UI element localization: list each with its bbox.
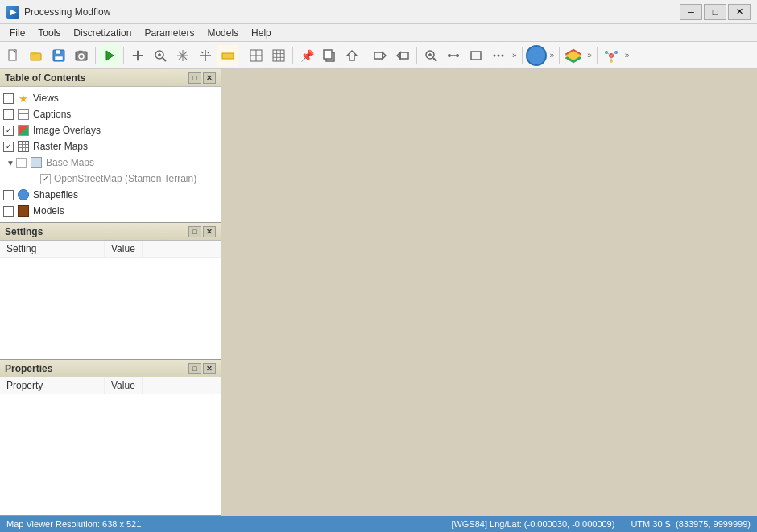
svg-rect-2 — [31, 53, 41, 60]
star-icon: ★ — [17, 92, 30, 105]
toc-close-button[interactable]: ✕ — [203, 72, 216, 84]
svg-rect-5 — [56, 50, 60, 54]
toc-label-models: Models — [33, 205, 64, 217]
toc-label-views: Views — [33, 93, 59, 104]
toc-checkbox-models[interactable] — [3, 206, 14, 217]
toolbar-separator-2 — [123, 47, 124, 64]
open-button[interactable] — [26, 45, 47, 66]
more-layers[interactable]: » — [585, 51, 594, 60]
back-button[interactable] — [370, 45, 391, 66]
toc-label-shapefiles: Shapefiles — [33, 189, 78, 200]
svg-marker-37 — [383, 52, 386, 59]
toc-section: Table of Contents □ ✕ ★ Views — [0, 69, 221, 223]
svg-marker-35 — [347, 51, 357, 60]
toc-label-openstreetmap: OpenStreetMap (Stamen Terrain) — [54, 173, 196, 184]
svg-point-50 — [502, 54, 504, 56]
svg-rect-24 — [222, 53, 234, 59]
new-button[interactable] — [3, 45, 24, 66]
properties-section: Properties □ ✕ Property Value — [0, 360, 221, 516]
more-tools-indicator[interactable]: » — [511, 51, 519, 60]
forward-button[interactable] — [392, 45, 413, 66]
menu-discretization[interactable]: Discretization — [67, 26, 138, 40]
toc-item-shapefiles[interactable]: Shapefiles — [0, 187, 221, 203]
left-panel: Table of Contents □ ✕ ★ Views — [0, 69, 221, 516]
models-icon — [17, 204, 30, 217]
toc-item-openstreetmap[interactable]: OpenStreetMap (Stamen Terrain) — [0, 171, 221, 187]
toolbar-separator-5 — [366, 47, 366, 64]
settings-col-setting: Setting — [0, 241, 105, 257]
settings-close-button[interactable]: ✕ — [203, 226, 216, 237]
menu-tools[interactable]: Tools — [31, 26, 67, 40]
save-button[interactable] — [48, 45, 69, 66]
rect-button[interactable] — [465, 45, 486, 66]
expand-icon-base-maps: ▼ — [6, 159, 14, 167]
menu-models[interactable]: Models — [201, 26, 245, 40]
toc-checkbox-raster-maps[interactable] — [3, 142, 14, 152]
settings-section: Settings □ ✕ Setting Value — [0, 223, 221, 360]
close-button[interactable]: ✕ — [728, 4, 751, 20]
move-button[interactable] — [172, 45, 193, 66]
status-bar: Map Viewer Resolution: 638 x 521 [WGS84]… — [0, 516, 757, 532]
svg-line-41 — [433, 58, 436, 61]
toc-checkbox-views[interactable] — [3, 93, 14, 104]
more-molecule[interactable]: » — [623, 51, 631, 60]
settings-restore-button[interactable]: □ — [188, 226, 201, 237]
more-indicator-2[interactable]: » — [548, 51, 556, 60]
screenshot-button[interactable] — [71, 45, 92, 66]
maximize-button[interactable]: □ — [704, 4, 726, 20]
toc-item-captions[interactable]: Captions — [0, 106, 221, 122]
svg-rect-28 — [273, 50, 284, 61]
toc-restore-button[interactable]: □ — [188, 72, 201, 84]
svg-point-49 — [498, 54, 500, 56]
toc-item-image-overlays[interactable]: Image Overlays — [0, 122, 221, 138]
pan-button[interactable] — [127, 45, 148, 66]
toc-item-raster-maps[interactable]: Raster Maps — [0, 138, 221, 155]
toc-checkbox-image-overlays[interactable] — [3, 126, 14, 136]
window-controls: ─ □ ✕ — [680, 4, 751, 20]
svg-rect-34 — [324, 50, 332, 59]
status-lnglat: [WGS84] Lng/Lat: (-0.000030, -0.000009) — [451, 519, 614, 529]
export-button[interactable] — [341, 45, 362, 66]
grid1-button[interactable] — [246, 45, 267, 66]
settings-col-headers: Setting Value — [0, 241, 221, 258]
pin-button[interactable]: 📌 — [296, 45, 317, 66]
toolbar-separator-4 — [292, 47, 293, 64]
status-indicator[interactable] — [526, 45, 547, 66]
toc-item-base-maps[interactable]: ▼ Base Maps — [0, 155, 221, 171]
toc-checkbox-shapefiles[interactable] — [3, 190, 14, 200]
highlight-button[interactable] — [217, 45, 238, 66]
svg-line-22 — [201, 52, 203, 53]
toc-checkbox-captions[interactable] — [3, 109, 14, 120]
copy-button[interactable] — [319, 45, 340, 66]
toc-item-models[interactable]: Models — [0, 203, 221, 219]
menu-file[interactable]: File — [3, 26, 31, 40]
settings-col-value: Value — [105, 241, 143, 257]
toolbar-separator-3 — [242, 47, 242, 64]
dots-button[interactable] — [488, 45, 509, 66]
properties-close-button[interactable]: ✕ — [203, 363, 216, 374]
svg-line-23 — [208, 52, 209, 53]
toc-item-views[interactable]: ★ Views — [0, 90, 221, 106]
connect-button[interactable] — [443, 45, 464, 66]
app-icon: ▶ — [6, 6, 19, 19]
zoom-button[interactable] — [150, 45, 171, 66]
properties-restore-button[interactable]: □ — [188, 363, 201, 374]
properties-content: Property Value — [0, 377, 221, 515]
menu-parameters[interactable]: Parameters — [138, 26, 201, 40]
minimize-button[interactable]: ─ — [680, 4, 702, 20]
toc-checkbox-base-maps[interactable] — [16, 158, 27, 168]
toc-checkbox-openstreetmap[interactable] — [40, 174, 51, 184]
svg-point-48 — [494, 54, 496, 56]
properties-col-value: Value — [105, 377, 143, 394]
toc-header: Table of Contents □ ✕ — [0, 69, 221, 87]
svg-point-19 — [181, 54, 184, 57]
layers-button[interactable] — [563, 45, 584, 66]
map-area[interactable] — [221, 69, 757, 516]
crosshair-button[interactable] — [195, 45, 216, 66]
menu-help[interactable]: Help — [245, 26, 278, 40]
toc-label-captions: Captions — [33, 109, 71, 120]
play-button[interactable] — [99, 45, 120, 66]
molecule-button[interactable] — [601, 45, 622, 66]
grid2-button[interactable] — [268, 45, 289, 66]
zoom-in-button[interactable] — [420, 45, 441, 66]
